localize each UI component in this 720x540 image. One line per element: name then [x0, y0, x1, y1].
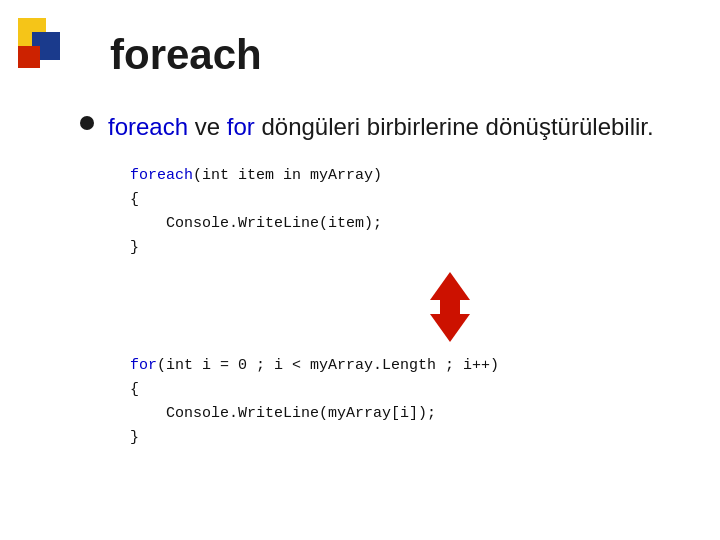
code-kw-for: for [130, 357, 157, 374]
code-line-5: for(int i = 0 ; i < myArray.Length ; i++… [130, 354, 680, 378]
code-line-8: } [130, 426, 680, 450]
code-line-3: Console.WriteLine(item); [130, 212, 680, 236]
red-square [18, 46, 40, 68]
bullet-row: foreach ve for döngüleri birbirlerine dö… [80, 110, 680, 144]
code-line-2: { [130, 188, 680, 212]
bullet-dot [80, 116, 94, 130]
code-line-1: foreach(int item in myArray) [130, 164, 680, 188]
code-line-7: Console.WriteLine(myArray[i]); [130, 402, 680, 426]
bullet-area: foreach ve for döngüleri birbirlerine dö… [80, 110, 680, 144]
slide-container: foreach foreach ve for döngüleri birbirl… [0, 0, 720, 540]
keyword-for: for [227, 113, 255, 140]
code-block-foreach: foreach(int item in myArray) { Console.W… [130, 164, 680, 260]
svg-marker-1 [430, 314, 470, 342]
bidirectional-arrow-icon [420, 272, 480, 342]
svg-marker-0 [430, 272, 470, 300]
code-line-4: } [130, 236, 680, 260]
text-ve: ve [195, 113, 227, 140]
text-rest: döngüleri birbirlerine dönüştürülebilir. [261, 113, 653, 140]
arrow-container [220, 272, 680, 342]
bullet-text: foreach ve for döngüleri birbirlerine dö… [108, 110, 654, 144]
code-block-for: for(int i = 0 ; i < myArray.Length ; i++… [130, 354, 680, 450]
decorative-squares [18, 18, 68, 78]
keyword-foreach: foreach [108, 113, 188, 140]
code-kw-foreach: foreach [130, 167, 193, 184]
code-area: foreach(int item in myArray) { Console.W… [130, 164, 680, 450]
code-line-6: { [130, 378, 680, 402]
slide-title: foreach [110, 30, 680, 80]
svg-rect-2 [440, 298, 460, 316]
